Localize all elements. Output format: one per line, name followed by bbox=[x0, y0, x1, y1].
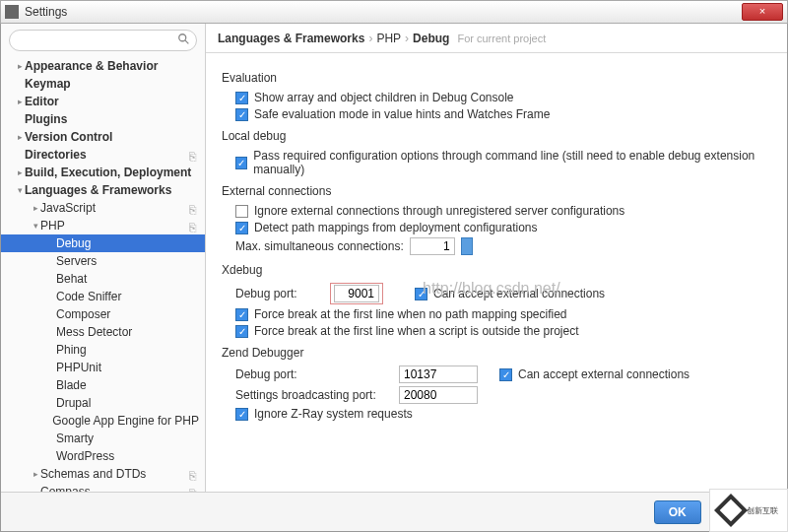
tree-item-label: Directories bbox=[25, 148, 189, 162]
checkbox-label: Show array and object children in Debug … bbox=[254, 91, 514, 104]
window-title: Settings bbox=[25, 5, 742, 19]
project-scope-icon: ⎘ bbox=[189, 221, 199, 231]
breadcrumb-seg: Debug bbox=[413, 32, 449, 45]
tree-item[interactable]: ▸Schemas and DTDs⎘ bbox=[1, 465, 205, 483]
tree-item-label: Compass bbox=[40, 485, 189, 492]
tree-item[interactable]: Debug bbox=[1, 234, 205, 252]
tree-item[interactable]: Drupal bbox=[1, 394, 205, 412]
tree-item-label: Composer bbox=[56, 307, 199, 321]
tree-item[interactable]: ▸Appearance & Behavior bbox=[1, 57, 205, 75]
close-button[interactable]: × bbox=[742, 3, 783, 21]
checkbox-label: Ignore external connections through unre… bbox=[254, 204, 624, 218]
sidebar: ▸Appearance & BehaviorKeymap▸EditorPlugi… bbox=[1, 24, 206, 492]
checkbox-label: Can accept external connections bbox=[518, 367, 690, 381]
chevron-icon: ▸ bbox=[15, 167, 25, 177]
settings-tree[interactable]: ▸Appearance & BehaviorKeymap▸EditorPlugi… bbox=[1, 57, 205, 492]
checkbox-label: Safe evaluation mode in value hints and … bbox=[254, 107, 550, 121]
ok-button[interactable]: OK bbox=[654, 500, 701, 524]
tree-item[interactable]: PHPUnit bbox=[1, 359, 205, 376]
chevron-right-icon: › bbox=[368, 32, 372, 45]
tree-item[interactable]: Servers bbox=[1, 252, 205, 270]
xdebug-port-label: Debug port: bbox=[235, 287, 324, 300]
breadcrumb-seg[interactable]: PHP bbox=[376, 32, 401, 45]
tree-item[interactable]: Blade bbox=[1, 376, 205, 394]
zend-bcast-label: Settings broadcasting port: bbox=[235, 388, 393, 402]
chevron-icon: ▾ bbox=[15, 185, 25, 195]
tree-item[interactable]: Keymap bbox=[1, 75, 205, 93]
tree-item-label: Mess Detector bbox=[56, 325, 199, 339]
breadcrumb-seg[interactable]: Languages & Frameworks bbox=[218, 32, 364, 45]
project-scope-icon: ⎘ bbox=[189, 487, 199, 492]
chevron-icon: ▸ bbox=[15, 132, 25, 142]
search-icon bbox=[177, 33, 191, 46]
tree-item-label: Code Sniffer bbox=[56, 290, 199, 303]
tree-item[interactable]: ▾Languages & Frameworks bbox=[1, 181, 205, 199]
checkbox-detect-path[interactable] bbox=[235, 222, 248, 234]
tree-item-label: Build, Execution, Deployment bbox=[25, 166, 199, 179]
tree-item[interactable]: ▸Build, Execution, Deployment bbox=[1, 164, 205, 181]
tree-item[interactable]: Plugins bbox=[1, 110, 205, 128]
chevron-icon: ▸ bbox=[15, 61, 25, 71]
tree-item-label: Debug bbox=[56, 236, 199, 250]
tree-item-label: Keymap bbox=[25, 77, 199, 91]
tree-item-label: Blade bbox=[56, 378, 199, 392]
zend-port-label: Debug port: bbox=[235, 367, 393, 381]
chevron-icon: ▸ bbox=[31, 203, 40, 213]
tree-item-label: Appearance & Behavior bbox=[25, 59, 199, 73]
section-zend: Zend Debugger bbox=[222, 346, 771, 360]
logo-overlay: 创新互联 bbox=[709, 489, 788, 532]
tree-item[interactable]: Phing bbox=[1, 341, 205, 359]
logo-text: 创新互联 bbox=[747, 505, 778, 516]
checkbox-xdebug-accept[interactable] bbox=[415, 288, 427, 300]
breadcrumb: Languages & Frameworks › PHP › Debug For… bbox=[206, 24, 787, 53]
tree-item-label: Servers bbox=[56, 254, 199, 268]
tree-item[interactable]: Google App Engine for PHP bbox=[1, 412, 205, 430]
tree-item-label: Smarty bbox=[56, 432, 199, 445]
tree-item[interactable]: Directories⎘ bbox=[1, 146, 205, 164]
checkbox-label: Detect path mappings from deployment con… bbox=[254, 221, 538, 234]
titlebar: Settings × bbox=[0, 0, 788, 24]
project-scope-icon: ⎘ bbox=[189, 150, 199, 160]
spinner-icon[interactable] bbox=[461, 237, 473, 255]
tree-item[interactable]: Compass⎘ bbox=[1, 483, 205, 492]
checkbox-label: Pass required configuration options thro… bbox=[253, 149, 771, 176]
checkbox-force-break-1[interactable] bbox=[235, 308, 248, 321]
tree-item[interactable]: Code Sniffer bbox=[1, 288, 205, 305]
tree-item[interactable]: WordPress bbox=[1, 447, 205, 465]
app-icon bbox=[5, 5, 19, 19]
chevron-icon: ▸ bbox=[31, 469, 40, 479]
zend-bcast-input[interactable] bbox=[399, 386, 478, 404]
checkbox-zray[interactable] bbox=[235, 408, 248, 421]
tree-item[interactable]: Composer bbox=[1, 305, 205, 323]
checkbox-force-break-2[interactable] bbox=[235, 325, 248, 338]
diamond-icon bbox=[714, 494, 748, 527]
checkbox-label: Force break at the first line when a scr… bbox=[254, 324, 579, 338]
chevron-icon: ▸ bbox=[15, 97, 25, 106]
checkbox-zend-accept[interactable] bbox=[499, 368, 512, 381]
section-local-debug: Local debug bbox=[222, 129, 771, 143]
tree-item[interactable]: ▸Editor bbox=[1, 93, 205, 110]
dialog-footer: OK Cancel bbox=[1, 492, 787, 531]
max-conn-input[interactable] bbox=[410, 237, 455, 255]
chevron-right-icon: › bbox=[405, 32, 409, 45]
tree-item[interactable]: Mess Detector bbox=[1, 323, 205, 341]
tree-item[interactable]: Smarty bbox=[1, 430, 205, 447]
checkbox-safe-eval[interactable] bbox=[235, 108, 248, 121]
checkbox-pass-config[interactable] bbox=[235, 157, 247, 169]
tree-item-label: Version Control bbox=[25, 130, 199, 144]
tree-item[interactable]: ▸Version Control bbox=[1, 128, 205, 146]
tree-item-label: Editor bbox=[25, 95, 199, 108]
tree-item[interactable]: ▾PHP⎘ bbox=[1, 217, 205, 234]
xdebug-port-input[interactable] bbox=[334, 285, 379, 302]
zend-port-input[interactable] bbox=[399, 366, 478, 383]
tree-item[interactable]: Behat bbox=[1, 270, 205, 288]
checkbox-ignore-external[interactable] bbox=[235, 205, 248, 218]
project-scope-icon: ⎘ bbox=[189, 203, 199, 213]
tree-item[interactable]: ▸JavaScript⎘ bbox=[1, 199, 205, 217]
tree-item-label: Schemas and DTDs bbox=[40, 467, 189, 481]
section-xdebug: Xdebug bbox=[222, 263, 771, 277]
checkbox-show-array[interactable] bbox=[235, 92, 248, 104]
tree-item-label: Plugins bbox=[25, 112, 199, 126]
search-input[interactable] bbox=[9, 30, 197, 51]
tree-item-label: Drupal bbox=[56, 396, 199, 410]
